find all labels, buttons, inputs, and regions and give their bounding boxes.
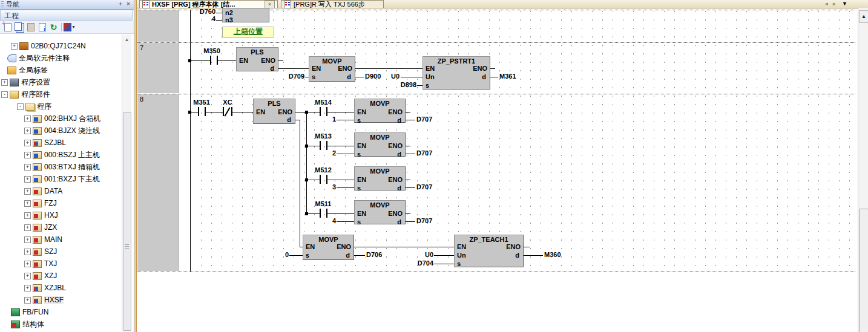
editor-vscrollbar[interactable]: ▲ (858, 8, 868, 332)
contact-bar[interactable] (320, 209, 321, 218)
tree-item-program-parts[interactable]: -程序部件 (1, 88, 50, 100)
movp-block[interactable]: MOVP EN ENO s d (309, 56, 355, 82)
tree-item-module[interactable]: +02B0:QJ71C24N (11, 40, 86, 52)
operand-value[interactable]: D704 (413, 260, 433, 267)
operand-value[interactable]: U0 (413, 252, 433, 258)
panel-splitter[interactable] (134, 0, 137, 332)
contact-bar[interactable] (320, 107, 321, 116)
dock-grip[interactable] (1, 1, 4, 8)
contact-bar[interactable] (223, 107, 224, 116)
operand-value[interactable]: 4 (315, 218, 336, 224)
tree-item-002-bhxj[interactable]: +002:BHXJ 合箱机 (24, 112, 100, 125)
movp-block[interactable]: MOVP EN ENO s d (354, 200, 406, 224)
contact-label[interactable]: XC (219, 99, 236, 106)
operand-value[interactable]: D706 (366, 252, 387, 258)
operand-value[interactable]: D707 (416, 150, 437, 157)
expand-icon[interactable]: + (24, 200, 31, 207)
contact-label[interactable]: M513 (312, 133, 334, 140)
pls-block[interactable]: PLS EN ENO d (236, 47, 278, 71)
operand-value[interactable]: 1 (315, 116, 336, 123)
scroll-up-arrow-icon[interactable]: ▲ (859, 10, 868, 23)
operand-value[interactable]: D900 (365, 73, 386, 80)
operand-value[interactable]: 4 (194, 16, 215, 22)
expand-icon[interactable]: + (24, 140, 31, 146)
operand-value[interactable]: D709 (283, 73, 304, 80)
pin-icon[interactable]: + (117, 0, 124, 8)
expand-icon[interactable]: + (11, 43, 18, 50)
expand-icon[interactable]: + (24, 152, 31, 158)
operand-value[interactable]: D760 (194, 8, 215, 15)
refresh-button[interactable]: ↻ (48, 22, 59, 33)
contact-bar[interactable] (198, 107, 199, 116)
expand-icon[interactable]: - (17, 103, 24, 110)
tree-item-xzj[interactable]: +XZJ (24, 270, 57, 282)
scrollbar-thumb[interactable] (859, 209, 868, 332)
movp-block[interactable]: MOVP EN ENO s d (354, 166, 406, 190)
expand-icon[interactable]: + (24, 212, 31, 219)
operand-value[interactable]: 3 (315, 184, 336, 190)
tab-close-icon[interactable]: × (265, 1, 275, 8)
tree-item-003-btxj[interactable]: +003:BTXJ 捅箱机 (24, 161, 100, 173)
tree-item-fzj[interactable]: +FZJ (24, 197, 57, 209)
expand-icon[interactable]: + (24, 128, 31, 134)
rung-gutter-7[interactable]: 7 (137, 43, 179, 93)
copy-button[interactable] (13, 22, 25, 33)
close-icon[interactable]: × (125, 0, 132, 8)
operand-value[interactable]: 0 (269, 252, 289, 258)
tree-item-program-setting[interactable]: +程序设置 (1, 76, 50, 88)
tree-item-004-bjzx[interactable]: +004:BJZX 浇注线 (24, 125, 100, 137)
contact-bar[interactable] (320, 141, 321, 150)
expand-icon[interactable]: + (24, 164, 31, 171)
rung-gutter-8[interactable]: 8 (137, 94, 179, 271)
expand-icon[interactable]: - (1, 91, 8, 98)
contact-label[interactable]: M514 (312, 99, 334, 106)
expand-icon[interactable]: + (1, 79, 8, 86)
operand-value[interactable]: D707 (416, 184, 437, 190)
expand-icon[interactable]: + (24, 176, 31, 183)
tab-scroll-right-icon[interactable]: ▹ (833, 1, 836, 7)
paste-button[interactable] (25, 22, 36, 33)
view-mode-button[interactable]: ▾ (64, 22, 75, 33)
new-item-button[interactable] (2, 22, 13, 33)
scroll-up-arrow-icon[interactable]: ▲ (123, 36, 131, 44)
property-button[interactable] (36, 22, 48, 33)
expand-icon[interactable]: + (24, 224, 31, 231)
movp-block[interactable]: MOVP EN ENO s d (354, 132, 406, 157)
operand-value[interactable]: D707 (416, 218, 437, 224)
tree-vscrollbar[interactable]: ▲ (122, 34, 131, 332)
expand-icon[interactable]: + (24, 236, 31, 243)
contact-bar[interactable] (320, 175, 321, 184)
expand-icon[interactable]: + (24, 188, 31, 195)
tree-item-program-folder[interactable]: -程序 (17, 100, 51, 112)
contact-label[interactable]: M511 (312, 201, 334, 207)
zp-pstrt1-block[interactable]: ZP_PSTRT1 EN ENO Un d s (422, 56, 490, 90)
tree-item-txj[interactable]: +TXJ (24, 258, 57, 270)
pls-block[interactable]: PLS EN ENO d (253, 99, 295, 124)
tab-hxsf-program[interactable]: HXSF [PRG] 程序本体 [结... × (139, 0, 278, 8)
operand-value[interactable]: D898 (396, 82, 416, 88)
tab-list-dropdown-icon[interactable]: ▼ (842, 1, 847, 7)
operand-value[interactable]: M361 (499, 73, 521, 80)
tree-item-struct[interactable]: 结构体 (11, 318, 44, 330)
contact-label[interactable]: M350 (200, 48, 224, 54)
tree-item-global-label[interactable]: 全局标签 (7, 64, 48, 76)
tree-item-szjbl[interactable]: +SZJBL (24, 137, 66, 149)
contact-label[interactable]: M512 (312, 167, 334, 174)
tree-item-main[interactable]: +MAIN (24, 233, 62, 246)
operand-value[interactable]: 2 (315, 150, 336, 157)
tree-item-hxsf[interactable]: +HXSF (24, 294, 64, 306)
expand-icon[interactable]: + (24, 273, 31, 279)
operand-value[interactable]: D707 (416, 116, 437, 123)
tree-item-hxj[interactable]: +HXJ (24, 209, 58, 221)
operand-value[interactable]: U0 (384, 73, 399, 80)
expand-icon[interactable]: + (24, 285, 31, 291)
comment-note[interactable]: 上箱位置 (222, 27, 274, 37)
movp-block[interactable]: MOVP EN ENO s d (303, 235, 354, 260)
tab-txj-program[interactable]: [PRG]R 写入 TXJ 566步 (281, 0, 384, 8)
tree-item-szj[interactable]: +SZJ (24, 246, 57, 258)
tab-scroll-left-icon[interactable]: ◃ (825, 1, 828, 7)
tree-item-fb-fun[interactable]: FB/FUN (11, 306, 48, 318)
expand-icon[interactable]: + (24, 116, 31, 122)
tree-item-000-bszj[interactable]: +000:BSZJ 上主机 (24, 149, 100, 161)
expand-icon[interactable]: + (24, 297, 31, 304)
